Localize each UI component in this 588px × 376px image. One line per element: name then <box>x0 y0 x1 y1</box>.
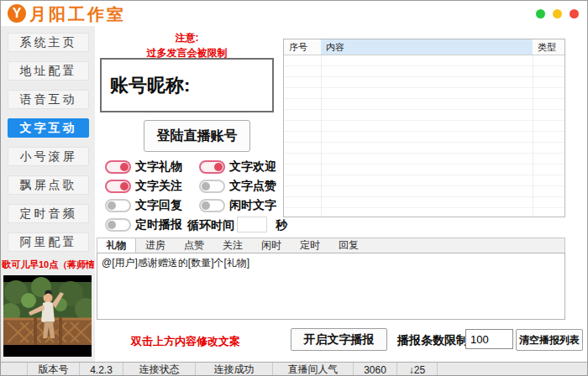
popularity-value: 3060 <box>354 363 397 376</box>
column-divider <box>321 55 322 217</box>
popularity-label: 直播间人气 <box>273 363 354 376</box>
tab-timed[interactable]: 定时 <box>291 238 329 253</box>
text-reply-label: 文字回复 <box>135 198 182 213</box>
text-welcome-label: 文字欢迎 <box>229 159 276 175</box>
column-header-type[interactable]: 类型 <box>533 39 564 55</box>
idle-text-toggle[interactable] <box>199 199 225 212</box>
toggle-knob <box>202 182 210 191</box>
timed-broadcast-toggle[interactable] <box>105 218 131 232</box>
sidebar-notice-text: 歌可儿早10点（蒋师情感小 <box>2 258 94 271</box>
toggle-knob <box>108 201 116 210</box>
version-label: 版本号 <box>28 363 80 376</box>
text-like-label: 文字点赞 <box>229 179 276 194</box>
app-logo-icon: Y <box>8 4 26 23</box>
sidebar-item-address-config[interactable]: 地址配置 <box>8 61 89 81</box>
toggle-knob <box>108 221 116 229</box>
status-bar: 版本号 4.2.3 连接状态 连接成功 直播间人气 3060 ↓25 <box>1 362 588 376</box>
template-text-area[interactable]: @[用户]感谢赠送的[数量]个[礼物] <box>97 253 565 320</box>
text-welcome-toggle[interactable] <box>199 160 225 174</box>
column-header-content[interactable]: 内容 <box>321 39 533 55</box>
text-gift-toggle[interactable] <box>105 160 131 174</box>
sidebar-item-timed-audio[interactable]: 定时音频 <box>8 204 89 223</box>
text-follow-toggle[interactable] <box>105 180 131 193</box>
table-header: 序号 内容 类型 <box>284 39 564 55</box>
warning-title: 注意: <box>100 31 274 45</box>
text-follow-label: 文字关注 <box>135 179 182 194</box>
loop-time-label: 循环时间 <box>187 218 234 233</box>
maximize-button[interactable] <box>553 9 562 18</box>
template-text: @[用户]感谢赠送的[数量]个[礼物] <box>102 257 249 269</box>
tab-like[interactable]: 点赞 <box>175 238 213 253</box>
text-like-toggle[interactable] <box>199 180 225 193</box>
template-tabs: 礼物 进房 点赞 关注 闲时 定时 回复 <box>97 238 565 253</box>
sidebar-item-float-song[interactable]: 飘屏点歌 <box>8 175 89 195</box>
login-live-account-button[interactable]: 登陆直播账号 <box>144 120 250 152</box>
app-window: { "window": { "title": "月阳工作室", "logo_le… <box>0 0 588 376</box>
sidebar-item-ali-config[interactable]: 阿里配置 <box>8 232 89 252</box>
popularity-delta: ↓25 <box>397 363 438 376</box>
tab-gift[interactable]: 礼物 <box>97 238 136 253</box>
sidebar: 系统主页 地址配置 语音互动 文字互动 小号滚屏 飘屏点歌 定时音频 阿里配置 … <box>1 26 95 362</box>
broadcast-limit-label: 播报条数限制 <box>397 333 468 348</box>
timed-broadcast-label: 定时播报 <box>135 217 182 232</box>
account-nickname-label: 账号昵称: <box>110 73 190 98</box>
video-thumbnail <box>3 275 92 357</box>
connection-status: 连接成功 <box>196 363 273 376</box>
title-bar: Y 月阳工作室 <box>1 1 588 26</box>
tab-enter[interactable]: 进房 <box>136 238 175 253</box>
toggle-row: 文字关注 <box>105 179 182 193</box>
sidebar-item-system-home[interactable]: 系统主页 <box>8 33 89 52</box>
sidebar-item-text-interact[interactable]: 文字互动 <box>8 118 89 138</box>
toggle-row: 文字欢迎 <box>199 159 276 174</box>
minimize-button[interactable] <box>536 9 545 18</box>
toggle-knob <box>120 182 129 191</box>
toggle-knob <box>202 201 210 210</box>
tab-idle[interactable]: 闲时 <box>252 238 291 253</box>
close-button[interactable] <box>570 9 579 18</box>
status-empty-cell <box>1 363 28 376</box>
loop-time-input[interactable] <box>237 217 267 232</box>
column-header-index[interactable]: 序号 <box>284 39 321 55</box>
text-gift-label: 文字礼物 <box>135 159 182 175</box>
sidebar-item-alt-scroll[interactable]: 小号滚屏 <box>8 147 89 166</box>
text-reply-toggle[interactable] <box>105 199 131 212</box>
account-nickname-box: 账号昵称: <box>100 58 274 112</box>
loop-unit-label: 秒 <box>276 218 287 233</box>
toggle-row: 文字回复 <box>105 198 182 212</box>
toggle-knob <box>120 163 129 171</box>
toggle-row: 定时播报 <box>105 217 182 232</box>
start-text-broadcast-button[interactable]: 开启文字播报 <box>291 328 387 351</box>
window-controls <box>536 9 579 18</box>
version-value: 4.2.3 <box>80 363 123 376</box>
clear-broadcast-list-button[interactable]: 清空播报列表 <box>516 329 583 351</box>
app-title: 月阳工作室 <box>29 3 126 26</box>
toggle-knob <box>214 163 223 171</box>
toggle-row: 文字礼物 <box>105 159 182 174</box>
broadcast-limit-input[interactable] <box>465 329 513 349</box>
idle-text-label: 闲时文字 <box>229 198 276 213</box>
video-frame <box>3 275 92 357</box>
edit-hint-text: 双击上方内容修改文案 <box>131 334 240 349</box>
toggle-row: 闲时文字 <box>199 198 276 212</box>
toggle-row: 文字点赞 <box>199 179 276 193</box>
sidebar-item-voice-interact[interactable]: 语音互动 <box>8 90 89 109</box>
connection-label: 连接状态 <box>123 363 196 376</box>
broadcast-table[interactable]: 序号 内容 类型 <box>283 39 565 217</box>
tab-reply[interactable]: 回复 <box>329 238 368 253</box>
tab-follow[interactable]: 关注 <box>213 238 252 253</box>
column-divider <box>533 55 533 217</box>
